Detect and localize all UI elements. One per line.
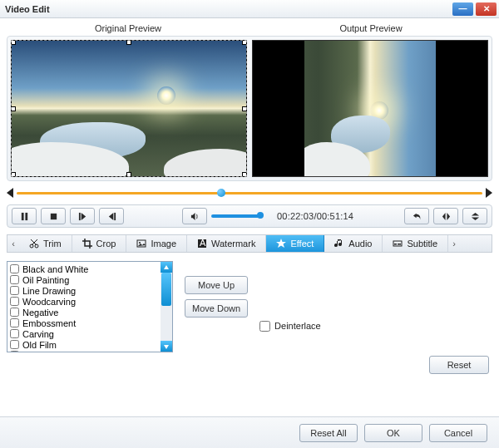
watermark-icon: A (197, 239, 207, 249)
timeline-playhead[interactable] (217, 189, 225, 197)
list-item[interactable]: Carving (7, 328, 161, 339)
move-up-button[interactable]: Move Up (185, 276, 248, 294)
effect-label: Line Drawing (22, 286, 76, 296)
tab-watermark[interactable]: AWatermark (187, 235, 266, 252)
deinterlace-option[interactable]: Deinterlace (259, 299, 321, 352)
effect-checkbox[interactable] (10, 264, 19, 273)
minimize-button[interactable]: — (452, 2, 473, 16)
tab-label: Image (151, 239, 176, 249)
star-icon (276, 239, 286, 249)
reset-all-button[interactable]: Reset All (299, 424, 358, 442)
effect-checkbox[interactable] (10, 297, 19, 306)
list-item[interactable]: Old Film (7, 339, 161, 350)
svg-rect-4 (114, 212, 116, 219)
tab-label: Crop (96, 239, 116, 249)
list-item[interactable]: Embossment (7, 318, 161, 328)
tabs-scroll-right[interactable]: › (448, 235, 460, 252)
svg-rect-1 (25, 212, 27, 219)
list-item[interactable]: Oil Painting (7, 274, 161, 285)
effect-panel: Black and White Oil Painting Line Drawin… (7, 261, 492, 352)
timecode: 00:22:03/00:51:14 (277, 211, 353, 221)
svg-text:A: A (200, 239, 206, 248)
effect-label: Old Film (22, 340, 57, 350)
timeline-start-arrow-icon (7, 188, 13, 198)
subtitle-icon (393, 239, 403, 249)
effect-checkbox[interactable] (10, 329, 19, 338)
close-button[interactable]: ✕ (476, 2, 497, 16)
volume-button[interactable] (182, 208, 207, 224)
move-down-button[interactable]: Move Down (185, 299, 248, 318)
listbox-scrollbar[interactable] (161, 262, 172, 352)
edit-tabs: ‹ Trim Crop Image AWatermark Effect Audi… (7, 234, 492, 253)
effect-checkbox[interactable] (10, 318, 19, 327)
scroll-track[interactable] (161, 273, 172, 341)
tab-label: Watermark (211, 239, 255, 249)
effect-checkbox[interactable] (10, 351, 19, 352)
cancel-button[interactable]: Cancel (429, 424, 487, 442)
svg-rect-0 (21, 212, 23, 219)
effect-checkbox[interactable] (10, 308, 19, 317)
crop-icon (82, 239, 92, 249)
window-title: Video Edit (5, 4, 452, 14)
image-icon (136, 239, 146, 249)
list-item[interactable]: Black and White (7, 263, 161, 274)
tab-label: Audio (348, 239, 372, 249)
list-item[interactable]: Woodcarving (7, 296, 161, 307)
timeline[interactable] (7, 186, 492, 199)
preview-headers: Original Preview Output Preview (7, 23, 492, 33)
volume-slider[interactable] (211, 214, 261, 218)
music-note-icon (334, 239, 344, 249)
ok-button[interactable]: OK (364, 424, 422, 442)
effect-label: Black and White (22, 264, 88, 274)
svg-rect-3 (78, 212, 80, 219)
dialog-footer: Reset All OK Cancel (0, 416, 499, 448)
undo-button[interactable] (404, 208, 429, 224)
effect-checkbox[interactable] (10, 286, 19, 295)
effects-listbox[interactable]: Black and White Oil Painting Line Drawin… (7, 261, 173, 352)
timeline-track[interactable] (17, 192, 482, 194)
effect-label: Negative (22, 308, 58, 318)
playback-controls: 00:22:03/00:51:14 (7, 204, 492, 228)
tabs-scroll-left[interactable]: ‹ (7, 235, 19, 252)
list-item[interactable]: Haze (7, 350, 161, 352)
effect-label: Woodcarving (22, 297, 76, 307)
stop-button[interactable] (41, 208, 66, 224)
pause-button[interactable] (12, 208, 37, 224)
volume-thumb[interactable] (257, 212, 264, 219)
scroll-down-button[interactable] (161, 341, 172, 352)
tab-crop[interactable]: Crop (72, 235, 127, 252)
tab-effect[interactable]: Effect (266, 235, 324, 252)
flip-vertical-button[interactable] (462, 208, 487, 224)
flip-horizontal-button[interactable] (433, 208, 458, 224)
list-item[interactable]: Negative (7, 307, 161, 318)
deinterlace-checkbox[interactable] (259, 321, 270, 332)
original-preview[interactable] (11, 40, 247, 177)
list-item[interactable]: Line Drawing (7, 285, 161, 296)
scroll-up-button[interactable] (161, 262, 172, 273)
mark-out-button[interactable] (99, 208, 124, 224)
reset-button[interactable]: Reset (429, 356, 489, 374)
window-controls: — ✕ (452, 2, 499, 16)
timeline-end-arrow-icon (486, 188, 492, 198)
tab-subtitle[interactable]: Subtitle (383, 235, 448, 252)
svg-rect-12 (394, 244, 397, 245)
effect-label: Embossment (22, 318, 76, 328)
tab-label: Trim (43, 239, 62, 249)
move-buttons: Move Up Move Down (185, 276, 248, 352)
scroll-thumb[interactable] (161, 273, 171, 306)
tab-audio[interactable]: Audio (324, 235, 383, 252)
effect-label: Carving (22, 329, 54, 339)
deinterlace-label: Deinterlace (274, 321, 321, 331)
scissors-icon (29, 239, 39, 249)
effect-label: Oil Painting (22, 275, 69, 285)
tab-trim[interactable]: Trim (19, 235, 72, 252)
effects-list: Black and White Oil Painting Line Drawin… (7, 262, 161, 352)
output-preview (252, 40, 488, 177)
effect-checkbox[interactable] (10, 275, 19, 284)
tab-image[interactable]: Image (126, 235, 187, 252)
tab-label: Effect (290, 239, 314, 249)
effect-checkbox[interactable] (10, 340, 19, 349)
original-preview-label: Original Preview (7, 23, 250, 33)
mark-in-button[interactable] (70, 208, 95, 224)
output-preview-label: Output Preview (250, 23, 492, 33)
